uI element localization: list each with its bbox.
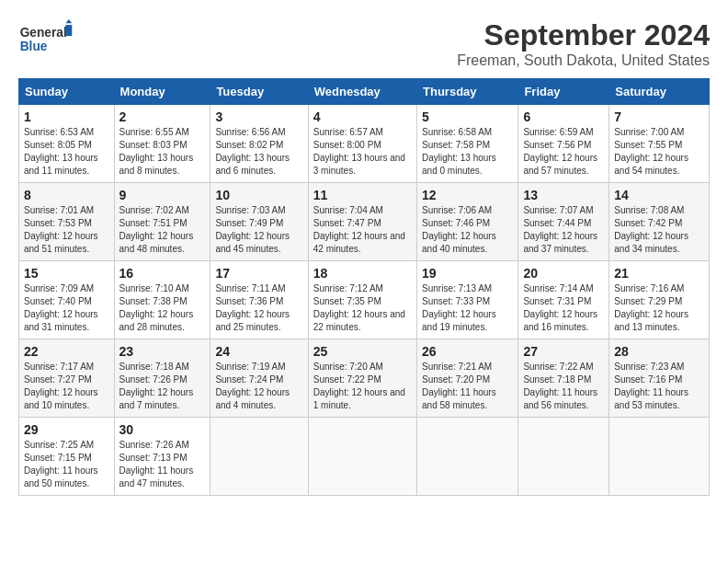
calendar-cell: 5 Sunrise: 6:58 AM Sunset: 7:58 PM Dayli… [417, 105, 518, 183]
day-info: Sunrise: 7:14 AM Sunset: 7:31 PM Dayligh… [523, 282, 604, 334]
col-thursday: Thursday [417, 79, 518, 105]
day-info: Sunrise: 6:56 AM Sunset: 8:02 PM Dayligh… [215, 126, 302, 178]
day-number: 7 [614, 109, 704, 124]
day-info: Sunrise: 7:26 AM Sunset: 7:13 PM Dayligh… [119, 439, 206, 490]
day-number: 6 [523, 109, 604, 124]
day-number: 17 [215, 266, 302, 281]
day-info: Sunrise: 7:09 AM Sunset: 7:40 PM Dayligh… [24, 282, 109, 334]
calendar-cell [308, 418, 416, 496]
calendar-cell: 17 Sunrise: 7:11 AM Sunset: 7:36 PM Dayl… [210, 261, 308, 339]
svg-rect-3 [65, 25, 72, 36]
calendar-cell: 15 Sunrise: 7:09 AM Sunset: 7:40 PM Dayl… [19, 261, 115, 339]
day-number: 30 [119, 422, 206, 437]
day-number: 13 [523, 188, 604, 202]
logo-svg: General Blue [18, 18, 74, 60]
calendar-cell: 1 Sunrise: 6:53 AM Sunset: 8:05 PM Dayli… [19, 105, 115, 183]
day-info: Sunrise: 7:03 AM Sunset: 7:49 PM Dayligh… [215, 204, 302, 256]
calendar-cell: 12 Sunrise: 7:06 AM Sunset: 7:46 PM Dayl… [417, 183, 518, 261]
calendar-cell [518, 418, 609, 496]
calendar-week-row: 29 Sunrise: 7:25 AM Sunset: 7:15 PM Dayl… [19, 418, 710, 496]
calendar-cell: 19 Sunrise: 7:13 AM Sunset: 7:33 PM Dayl… [417, 261, 518, 339]
day-number: 20 [523, 266, 604, 281]
day-info: Sunrise: 7:21 AM Sunset: 7:20 PM Dayligh… [422, 361, 513, 412]
calendar-cell: 28 Sunrise: 7:23 AM Sunset: 7:16 PM Dayl… [609, 339, 710, 418]
calendar-cell: 10 Sunrise: 7:03 AM Sunset: 7:49 PM Dayl… [210, 183, 308, 261]
day-number: 19 [422, 266, 513, 281]
day-number: 8 [24, 188, 109, 202]
calendar-cell: 23 Sunrise: 7:18 AM Sunset: 7:26 PM Dayl… [114, 339, 210, 418]
col-monday: Monday [114, 79, 210, 105]
day-number: 22 [24, 344, 109, 359]
calendar-week-row: 8 Sunrise: 7:01 AM Sunset: 7:53 PM Dayli… [19, 183, 710, 261]
calendar-cell: 7 Sunrise: 7:00 AM Sunset: 7:55 PM Dayli… [609, 105, 710, 183]
calendar-cell: 18 Sunrise: 7:12 AM Sunset: 7:35 PM Dayl… [308, 261, 416, 339]
day-number: 28 [614, 344, 704, 359]
day-info: Sunrise: 7:11 AM Sunset: 7:36 PM Dayligh… [215, 282, 302, 334]
day-info: Sunrise: 7:02 AM Sunset: 7:51 PM Dayligh… [119, 204, 206, 256]
day-number: 16 [119, 266, 206, 281]
day-number: 2 [119, 109, 206, 124]
calendar-cell: 26 Sunrise: 7:21 AM Sunset: 7:20 PM Dayl… [417, 339, 518, 418]
day-info: Sunrise: 7:25 AM Sunset: 7:15 PM Dayligh… [24, 439, 109, 490]
calendar-cell [609, 418, 710, 496]
calendar-cell: 3 Sunrise: 6:56 AM Sunset: 8:02 PM Dayli… [210, 105, 308, 183]
calendar-cell: 22 Sunrise: 7:17 AM Sunset: 7:27 PM Dayl… [19, 339, 115, 418]
day-info: Sunrise: 6:57 AM Sunset: 8:00 PM Dayligh… [313, 126, 412, 178]
day-number: 5 [422, 109, 513, 124]
page-subtitle: Freeman, South Dakota, United States [457, 52, 710, 69]
day-info: Sunrise: 7:20 AM Sunset: 7:22 PM Dayligh… [313, 361, 412, 412]
day-number: 26 [422, 344, 513, 359]
day-number: 29 [24, 422, 109, 437]
calendar-cell: 20 Sunrise: 7:14 AM Sunset: 7:31 PM Dayl… [518, 261, 609, 339]
day-number: 23 [119, 344, 206, 359]
day-info: Sunrise: 7:04 AM Sunset: 7:47 PM Dayligh… [313, 204, 412, 256]
calendar-cell: 14 Sunrise: 7:08 AM Sunset: 7:42 PM Dayl… [609, 183, 710, 261]
day-info: Sunrise: 7:12 AM Sunset: 7:35 PM Dayligh… [313, 282, 412, 334]
title-block: September 2024 Freeman, South Dakota, Un… [457, 18, 710, 69]
day-info: Sunrise: 7:17 AM Sunset: 7:27 PM Dayligh… [24, 361, 109, 412]
calendar-cell: 2 Sunrise: 6:55 AM Sunset: 8:03 PM Dayli… [114, 105, 210, 183]
day-number: 15 [24, 266, 109, 281]
day-info: Sunrise: 7:13 AM Sunset: 7:33 PM Dayligh… [422, 282, 513, 334]
day-info: Sunrise: 7:01 AM Sunset: 7:53 PM Dayligh… [24, 204, 109, 256]
calendar-cell: 27 Sunrise: 7:22 AM Sunset: 7:18 PM Dayl… [518, 339, 609, 418]
calendar-cell: 29 Sunrise: 7:25 AM Sunset: 7:15 PM Dayl… [19, 418, 115, 496]
calendar-cell: 25 Sunrise: 7:20 AM Sunset: 7:22 PM Dayl… [308, 339, 416, 418]
day-number: 1 [24, 109, 109, 124]
day-number: 3 [215, 109, 302, 124]
day-info: Sunrise: 6:55 AM Sunset: 8:03 PM Dayligh… [119, 126, 206, 178]
calendar-cell: 11 Sunrise: 7:04 AM Sunset: 7:47 PM Dayl… [308, 183, 416, 261]
col-sunday: Sunday [19, 79, 115, 105]
page-header: General Blue September 2024 Freeman, Sou… [18, 18, 710, 69]
col-friday: Friday [518, 79, 609, 105]
svg-marker-2 [65, 19, 72, 23]
calendar-cell: 13 Sunrise: 7:07 AM Sunset: 7:44 PM Dayl… [518, 183, 609, 261]
day-number: 21 [614, 266, 704, 281]
day-info: Sunrise: 7:00 AM Sunset: 7:55 PM Dayligh… [614, 126, 704, 178]
calendar-cell: 6 Sunrise: 6:59 AM Sunset: 7:56 PM Dayli… [518, 105, 609, 183]
day-number: 12 [422, 188, 513, 202]
day-number: 10 [215, 188, 302, 202]
calendar-cell: 24 Sunrise: 7:19 AM Sunset: 7:24 PM Dayl… [210, 339, 308, 418]
calendar-cell: 4 Sunrise: 6:57 AM Sunset: 8:00 PM Dayli… [308, 105, 416, 183]
page-title: September 2024 [457, 18, 710, 52]
day-number: 25 [313, 344, 412, 359]
col-wednesday: Wednesday [308, 79, 416, 105]
calendar-week-row: 15 Sunrise: 7:09 AM Sunset: 7:40 PM Dayl… [19, 261, 710, 339]
day-info: Sunrise: 6:59 AM Sunset: 7:56 PM Dayligh… [523, 126, 604, 178]
calendar-cell: 8 Sunrise: 7:01 AM Sunset: 7:53 PM Dayli… [19, 183, 115, 261]
day-info: Sunrise: 7:23 AM Sunset: 7:16 PM Dayligh… [614, 361, 704, 412]
day-info: Sunrise: 7:16 AM Sunset: 7:29 PM Dayligh… [614, 282, 704, 334]
calendar-cell: 9 Sunrise: 7:02 AM Sunset: 7:51 PM Dayli… [114, 183, 210, 261]
svg-text:General: General [20, 26, 67, 40]
day-info: Sunrise: 7:19 AM Sunset: 7:24 PM Dayligh… [215, 361, 302, 412]
day-number: 14 [614, 188, 704, 202]
day-info: Sunrise: 6:58 AM Sunset: 7:58 PM Dayligh… [422, 126, 513, 178]
calendar-cell [210, 418, 308, 496]
day-number: 24 [215, 344, 302, 359]
calendar-week-row: 1 Sunrise: 6:53 AM Sunset: 8:05 PM Dayli… [19, 105, 710, 183]
calendar-cell: 16 Sunrise: 7:10 AM Sunset: 7:38 PM Dayl… [114, 261, 210, 339]
day-info: Sunrise: 7:07 AM Sunset: 7:44 PM Dayligh… [523, 204, 604, 256]
day-info: Sunrise: 6:53 AM Sunset: 8:05 PM Dayligh… [24, 126, 109, 178]
calendar-cell: 30 Sunrise: 7:26 AM Sunset: 7:13 PM Dayl… [114, 418, 210, 496]
